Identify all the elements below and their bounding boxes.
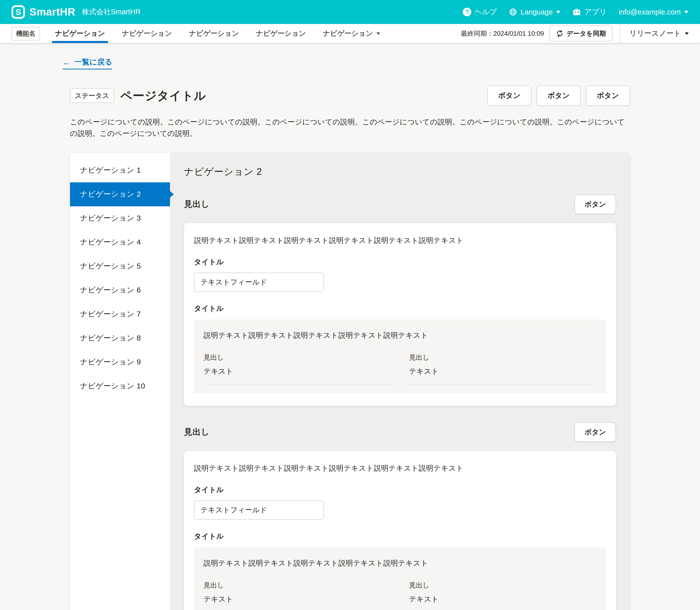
definition-value: テキスト <box>409 594 596 604</box>
sidebar-item-8[interactable]: ナビゲーション 8 <box>70 326 170 350</box>
nav-tab-label: ナビゲーション <box>323 29 373 38</box>
text-field-input[interactable] <box>194 273 324 292</box>
refresh-icon <box>556 30 563 37</box>
sidebar-item-9[interactable]: ナビゲーション 9 <box>70 350 170 374</box>
subsection-description: 説明テキスト説明テキスト説明テキスト説明テキスト説明テキスト <box>203 558 596 568</box>
release-notes-label: リリースノート <box>629 29 681 38</box>
apps-menu[interactable]: アプリ <box>573 7 607 17</box>
feature-name-badge: 機能名 <box>12 27 40 41</box>
page-action-button-2[interactable]: ボタン <box>536 85 581 106</box>
section-heading: 見出し <box>184 427 210 438</box>
nav-tab-label: ナビゲーション <box>122 29 172 38</box>
subsection-description: 説明テキスト説明テキスト説明テキスト説明テキスト説明テキスト <box>203 331 596 340</box>
section-2: 見出し ボタン 説明テキスト説明テキスト説明テキスト説明テキスト説明テキスト説明… <box>184 422 616 610</box>
help-icon: ? <box>463 8 471 16</box>
definition-value: テキスト <box>203 367 391 376</box>
panel-title: ナビゲーション 2 <box>184 165 616 178</box>
page: S SmartHR 株式会社SmartHR ? ヘルプ Language <box>0 0 700 610</box>
data-sync-button[interactable]: データを同期 <box>549 26 612 42</box>
page-title: ページタイトル <box>121 88 206 104</box>
language-label: Language <box>520 8 553 16</box>
smarthr-logo-icon: S <box>12 5 25 19</box>
nav-tab-3[interactable]: ナビゲーション <box>181 24 248 43</box>
globe-icon <box>509 8 517 16</box>
chevron-down-icon <box>685 32 688 34</box>
section-button[interactable]: ボタン <box>575 195 616 214</box>
content-container: ナビゲーション 1 ナビゲーション 2 ナビゲーション 3 ナビゲーション 4 … <box>70 153 630 610</box>
subsection-label: タイトル <box>194 304 606 314</box>
nav-tabs: ナビゲーション ナビゲーション ナビゲーション ナビゲーション ナビゲーション <box>47 24 389 43</box>
section-header: 見出し ボタン <box>184 422 616 442</box>
definition-item: 見出し テキスト <box>203 581 391 610</box>
app-navigation: 機能名 ナビゲーション ナビゲーション ナビゲーション ナビゲーション ナビゲー… <box>0 24 700 43</box>
last-sync-text: 最終同期：2024/01/01 10:09 <box>461 29 544 38</box>
section-1: 見出し ボタン 説明テキスト説明テキスト説明テキスト説明テキスト説明テキスト説明… <box>184 195 616 406</box>
field-label: タイトル <box>194 485 606 495</box>
subsection-label: タイトル <box>194 531 606 541</box>
definition-label: 見出し <box>203 353 391 362</box>
definition-value: テキスト <box>409 367 596 376</box>
nav-tab-label: ナビゲーション <box>189 29 239 38</box>
nav-right-area: 最終同期：2024/01/01 10:09 データを同期 リリースノート <box>461 24 700 43</box>
company-name: 株式会社SmartHR <box>82 7 140 17</box>
sidebar-item-7[interactable]: ナビゲーション 7 <box>70 302 170 326</box>
help-menu[interactable]: ? ヘルプ <box>463 7 497 17</box>
sidebar-item-6[interactable]: ナビゲーション 6 <box>70 278 170 302</box>
subsection-box: 説明テキスト説明テキスト説明テキスト説明テキスト説明テキスト 見出し テキスト … <box>194 547 606 610</box>
definition-label: 見出し <box>409 353 596 362</box>
page-action-button-1[interactable]: ボタン <box>487 85 531 106</box>
side-navigation: ナビゲーション 1 ナビゲーション 2 ナビゲーション 3 ナビゲーション 4 … <box>70 153 170 610</box>
sidebar-item-5[interactable]: ナビゲーション 5 <box>70 254 170 278</box>
status-badge: ステータス <box>70 89 114 103</box>
smarthr-logo[interactable]: S SmartHR <box>12 5 75 19</box>
section-card: 説明テキスト説明テキスト説明テキスト説明テキスト説明テキスト説明テキスト タイト… <box>184 223 616 406</box>
back-arrow-icon: ← <box>62 58 71 66</box>
chevron-down-icon <box>556 11 560 14</box>
chevron-down-icon <box>376 32 380 34</box>
field-label: タイトル <box>194 257 606 267</box>
text-field-input[interactable] <box>194 500 324 520</box>
sidebar-item-10[interactable]: ナビゲーション 10 <box>70 374 170 398</box>
nav-tab-5[interactable]: ナビゲーション <box>314 24 389 43</box>
nav-tab-label: ナビゲーション <box>256 29 306 38</box>
main-panel: ナビゲーション 2 見出し ボタン 説明テキスト説明テキスト説明テキスト説明テキ… <box>170 153 630 610</box>
sidebar-item-3[interactable]: ナビゲーション 3 <box>70 206 170 230</box>
definition-value: テキスト <box>203 594 391 604</box>
language-menu[interactable]: Language <box>509 8 560 16</box>
sidebar-item-1[interactable]: ナビゲーション 1 <box>70 158 170 182</box>
definition-label: 見出し <box>409 581 596 590</box>
account-email: info@example.com <box>619 8 681 16</box>
header-actions: ? ヘルプ Language アプリ info@example.com <box>463 7 688 17</box>
definition-item: 見出し テキスト <box>409 581 596 610</box>
definition-list: 見出し テキスト 見出し テキスト <box>203 353 596 384</box>
nav-tab-label: ナビゲーション <box>55 29 105 38</box>
section-header: 見出し ボタン <box>184 195 616 214</box>
card-description: 説明テキスト説明テキスト説明テキスト説明テキスト説明テキスト説明テキスト <box>194 236 606 245</box>
definition-list: 見出し テキスト 見出し テキスト <box>203 581 596 610</box>
definition-label: 見出し <box>203 581 391 590</box>
brand-name: SmartHR <box>30 6 75 18</box>
page-description: このページについての説明。このページについての説明。このページについての説明。こ… <box>70 116 630 139</box>
subsection-box: 説明テキスト説明テキスト説明テキスト説明テキスト説明テキスト 見出し テキスト … <box>194 320 606 394</box>
release-notes-menu[interactable]: リリースノート <box>620 24 700 43</box>
back-to-list-link[interactable]: ← 一覧に戻る <box>62 57 112 69</box>
nav-tab-2[interactable]: ナビゲーション <box>113 24 181 43</box>
section-card: 説明テキスト説明テキスト説明テキスト説明テキスト説明テキスト説明テキスト タイト… <box>184 451 616 610</box>
section-heading: 見出し <box>184 198 210 210</box>
sidebar-item-2[interactable]: ナビゲーション 2 <box>70 182 170 206</box>
global-header: S SmartHR 株式会社SmartHR ? ヘルプ Language <box>0 0 700 24</box>
data-sync-label: データを同期 <box>566 29 606 38</box>
sidebar-item-4[interactable]: ナビゲーション 4 <box>70 230 170 254</box>
help-label: ヘルプ <box>475 7 497 17</box>
page-content: ← 一覧に戻る ステータス ページタイトル ボタン ボタン ボタン このページに… <box>0 43 700 610</box>
back-link-label: 一覧に戻る <box>75 57 112 67</box>
card-description: 説明テキスト説明テキスト説明テキスト説明テキスト説明テキスト説明テキスト <box>194 463 606 473</box>
nav-tab-4[interactable]: ナビゲーション <box>248 24 314 43</box>
nav-tab-1[interactable]: ナビゲーション <box>47 24 113 43</box>
definition-item: 見出し テキスト <box>203 353 391 384</box>
definition-item: 見出し テキスト <box>409 353 596 384</box>
account-menu[interactable]: info@example.com <box>619 8 688 16</box>
page-action-button-3[interactable]: ボタン <box>586 85 630 106</box>
section-button[interactable]: ボタン <box>575 422 616 442</box>
chevron-down-icon <box>684 11 688 14</box>
